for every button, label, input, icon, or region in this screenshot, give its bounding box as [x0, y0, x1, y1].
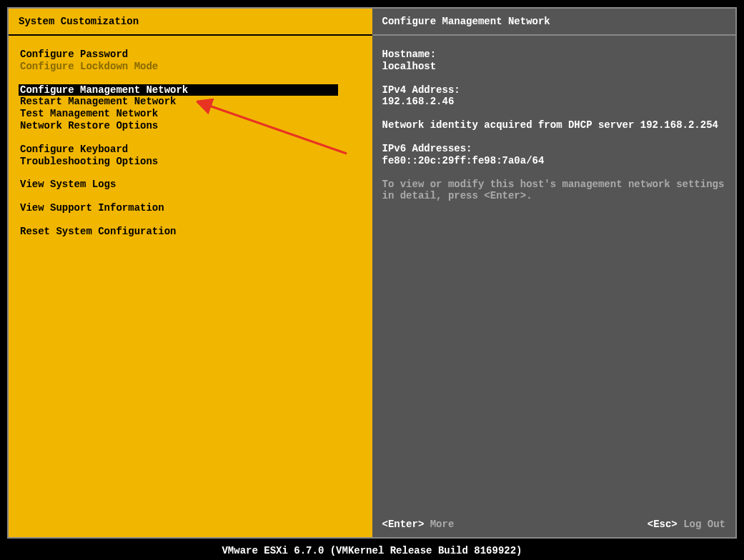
right-detail-body: Hostname: localhost IPv4 Address: 192.16…: [372, 36, 736, 513]
menu-item-configure-management-network[interactable]: Configure Management Network: [19, 84, 338, 96]
menu-item-view-support-information[interactable]: View Support Information: [19, 202, 362, 214]
left-panel-title: System Customization: [9, 9, 372, 36]
menu-item-troubleshooting-options[interactable]: Troubleshooting Options: [19, 156, 362, 168]
footer-esc-action: Log Out: [683, 519, 725, 530]
console-frame: System Customization Configure Password …: [7, 7, 737, 539]
ipv6-value: fe80::20c:29ff:fe98:7a0a/64: [382, 155, 726, 167]
footer-enter[interactable]: <Enter> More: [382, 519, 455, 530]
hostname-block: Hostname: localhost: [382, 49, 726, 73]
ipv4-block: IPv4 Address: 192.168.2.46: [382, 84, 726, 109]
hostname-value: localhost: [382, 61, 726, 73]
ipv4-label: IPv4 Address:: [382, 84, 726, 96]
menu-item-configure-password[interactable]: Configure Password: [19, 49, 362, 61]
menu-item-test-management-network[interactable]: Test Management Network: [19, 108, 362, 120]
menu-group: Configure Keyboard Troubleshooting Optio…: [19, 144, 362, 168]
menu-group: Configure Password Configure Lockdown Mo…: [19, 49, 362, 73]
detail-hint: To view or modify this host's management…: [382, 179, 726, 203]
bottom-status-bar: VMware ESXi 6.7.0 (VMKernel Release Buil…: [0, 545, 744, 556]
footer-enter-key: <Enter>: [382, 519, 425, 530]
menu-item-network-restore-options[interactable]: Network Restore Options: [19, 120, 362, 132]
footer-esc[interactable]: <Esc> Log Out: [648, 519, 725, 530]
footer-esc-key: <Esc>: [648, 519, 678, 530]
right-footer: <Enter> More <Esc> Log Out: [372, 513, 736, 537]
footer-enter-action: More: [430, 519, 455, 530]
menu-item-view-system-logs[interactable]: View System Logs: [19, 179, 362, 191]
left-menu-body: Configure Password Configure Lockdown Mo…: [9, 36, 372, 537]
menu-item-configure-keyboard[interactable]: Configure Keyboard: [19, 144, 362, 156]
right-panel: Configure Management Network Hostname: l…: [372, 9, 736, 537]
menu-group: Reset System Configuration: [19, 226, 362, 238]
ipv4-value: 192.168.2.46: [382, 96, 726, 108]
menu-group: Configure Management Network Restart Man…: [19, 84, 362, 132]
left-panel: System Customization Configure Password …: [9, 9, 372, 537]
ipv6-block: IPv6 Addresses: fe80::20c:29ff:fe98:7a0a…: [382, 143, 726, 167]
menu-group: View Support Information: [19, 202, 362, 214]
hostname-label: Hostname:: [382, 49, 726, 61]
menu-item-configure-lockdown-mode: Configure Lockdown Mode: [19, 61, 362, 73]
menu-group: View System Logs: [19, 179, 362, 191]
ipv6-label: IPv6 Addresses:: [382, 143, 726, 155]
right-panel-title: Configure Management Network: [372, 9, 736, 36]
dhcp-info: Network identity acquired from DHCP serv…: [382, 119, 726, 131]
menu-item-restart-management-network[interactable]: Restart Management Network: [19, 96, 362, 108]
menu-item-reset-system-configuration[interactable]: Reset System Configuration: [19, 226, 362, 238]
